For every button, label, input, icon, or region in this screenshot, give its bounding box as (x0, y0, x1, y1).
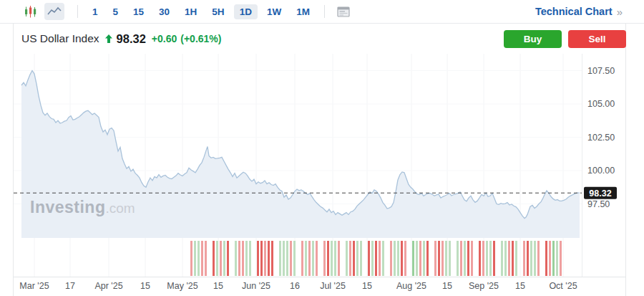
buy-button[interactable]: Buy (504, 30, 562, 48)
price-change: +0.60 (152, 33, 177, 44)
volume-bar (556, 241, 558, 276)
sell-button[interactable]: Sell (568, 30, 626, 48)
x-axis-label: 15 (362, 281, 372, 291)
line-chart-icon (47, 6, 62, 17)
volume-bar (416, 241, 418, 276)
technical-chart-label: Technical Chart (535, 6, 613, 17)
volume-bar (190, 241, 192, 276)
volume-bar (197, 241, 200, 276)
x-axis-label: Aug '25 (396, 281, 426, 291)
interval-button-5H[interactable]: 5H (206, 4, 230, 19)
x-axis-label: 15 (515, 281, 525, 291)
volume-bar (512, 241, 514, 276)
volume-bar (534, 241, 536, 276)
arrow-up-icon (105, 34, 112, 43)
volume-bar (242, 241, 244, 276)
volume-bar (508, 241, 510, 276)
volume-bar (368, 241, 370, 276)
volume-bar (397, 241, 399, 276)
toolbar-divider (324, 5, 325, 18)
interval-button-15[interactable]: 15 (127, 4, 150, 19)
technical-chart-link[interactable]: Technical Chart » (535, 6, 623, 18)
volume-bar (201, 241, 203, 276)
volume-bar (268, 241, 270, 276)
volume-bar (305, 241, 307, 276)
instrument-header: US Dollar Index 98.32 +0.60 (+0.61%) Buy… (14, 24, 626, 53)
volume-bar (283, 241, 285, 276)
volume-bar (464, 241, 466, 276)
volume-bar (260, 241, 263, 276)
panel-icon (337, 6, 350, 17)
volume-bar (486, 241, 488, 276)
volume-bar (194, 241, 196, 276)
interval-button-1M[interactable]: 1M (291, 4, 316, 19)
volume-bar (279, 241, 281, 276)
x-axis-label: Sep '25 (469, 281, 499, 291)
volume-bar (213, 241, 215, 276)
volume-bar (560, 241, 562, 276)
volume-bar (205, 241, 207, 276)
volume-bar (552, 241, 555, 276)
volume-bar (426, 241, 429, 276)
volume-bar (301, 241, 303, 276)
price-change-percent: (+0.61%) (180, 33, 221, 44)
volume-bar (445, 241, 447, 276)
volume-bar (482, 241, 484, 276)
volume-bar (353, 241, 355, 276)
volume-bar (349, 241, 351, 276)
volume-bar (394, 241, 396, 276)
volume-bar (293, 241, 296, 276)
toolbar-divider (77, 5, 78, 18)
volume-bar (504, 241, 507, 276)
interval-button-1[interactable]: 1 (87, 4, 104, 19)
interval-button-5[interactable]: 5 (107, 4, 125, 19)
volume-bar (327, 241, 329, 276)
interval-button-30[interactable]: 30 (153, 4, 175, 19)
volume-bar (312, 241, 314, 276)
interval-selector: 1515301H5H1D1W1M (87, 4, 316, 19)
volume-bar (390, 241, 392, 276)
volume-bar (323, 241, 326, 276)
volume-bar (545, 241, 547, 276)
chart-toolbar: 1515301H5H1D1W1M Technical Chart » (0, 0, 644, 24)
y-axis-label: 107.50 (587, 66, 615, 76)
volume-bar (223, 241, 225, 276)
x-axis-label: Mar '25 (19, 281, 49, 291)
x-axis-label: Jul '25 (320, 281, 346, 291)
volume-bar (460, 241, 462, 276)
volume-bar (334, 241, 336, 276)
x-axis-label: 15 (140, 281, 150, 291)
volume-bar (271, 241, 273, 276)
x-axis-label: 15 (213, 281, 223, 291)
volume-bar (235, 241, 237, 276)
volume-bar (331, 241, 333, 276)
x-axis-label: Oct '25 (549, 281, 577, 291)
volume-bar (356, 241, 358, 276)
volume-bar (457, 241, 459, 276)
volume-bar (537, 241, 540, 276)
volume-bar (515, 241, 517, 276)
volume-bar (249, 241, 251, 276)
volume-bar (449, 241, 451, 276)
interval-button-1D[interactable]: 1D (234, 4, 258, 19)
price-area-fill (21, 71, 580, 239)
volume-bar (216, 241, 218, 276)
volume-bar (264, 241, 266, 276)
volume-bar (441, 241, 444, 276)
chart-widget: 1515301H5H1D1W1M Technical Chart » US Do… (0, 0, 644, 296)
y-axis-label: 105.00 (587, 99, 615, 109)
volume-bar (401, 241, 403, 276)
interval-button-1W[interactable]: 1W (261, 4, 287, 19)
chevron-right-icon: » (617, 6, 623, 18)
line-chart-button[interactable] (44, 3, 64, 20)
interval-button-1H[interactable]: 1H (179, 4, 203, 19)
volume-bar (316, 241, 318, 276)
candlestick-chart-button[interactable] (20, 3, 40, 20)
volume-bar (527, 241, 529, 276)
volume-bar (523, 241, 525, 276)
panel-toggle-button[interactable] (333, 3, 353, 20)
volume-bar (308, 241, 311, 276)
instrument-title: US Dollar Index (21, 32, 99, 45)
volume-bar (471, 241, 473, 276)
volume-bar (479, 241, 481, 276)
